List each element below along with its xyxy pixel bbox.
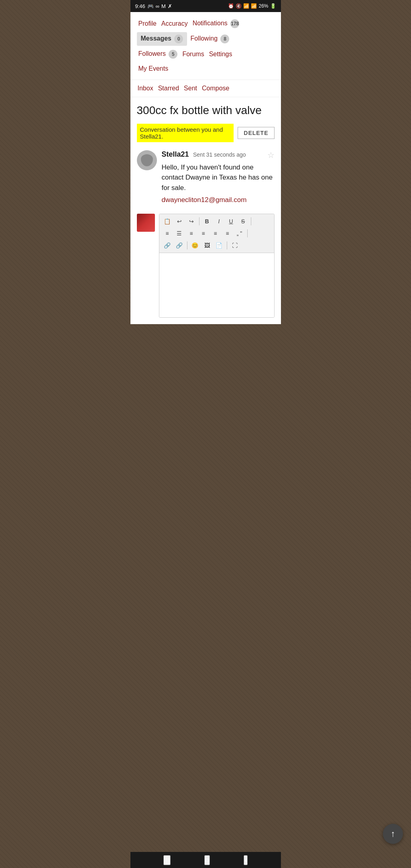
toolbar-fullscreen-btn[interactable]: ⛶ bbox=[229, 240, 240, 251]
reply-text-input[interactable] bbox=[159, 253, 274, 317]
nav-profile[interactable]: Profile bbox=[137, 18, 158, 30]
message-title: 300cc fx bottle with valve bbox=[137, 104, 275, 117]
notifications-badge: 178 bbox=[230, 19, 239, 28]
toolbar-row-2: ≡ ☰ ≡ ≡ ≡ ≡ „ " bbox=[162, 228, 272, 239]
toolbar-align-left-btn[interactable]: ≡ bbox=[186, 228, 197, 239]
toolbar-italic-btn[interactable]: I bbox=[214, 216, 225, 227]
nav-messages[interactable]: Messages 0 bbox=[137, 32, 187, 46]
message-bubble: Stella21 Sent 31 seconds ago ☆ Hello, If… bbox=[137, 150, 275, 204]
oo-icon: ∞ bbox=[156, 3, 159, 9]
toolbar-image-btn[interactable]: 🖼 bbox=[201, 240, 213, 251]
nav-notifications[interactable]: Notifications 178 bbox=[191, 17, 241, 31]
toolbar-unlink-btn[interactable]: 🔗 bbox=[174, 240, 185, 251]
avatar-silhouette bbox=[141, 154, 153, 166]
ps-icon: 🎮 bbox=[147, 3, 154, 9]
toolbar-sep-5 bbox=[227, 241, 227, 249]
toolbar-row-3: 🔗 🔗 😊 🖼 📄 ⛶ bbox=[162, 240, 272, 251]
message-content: Stella21 Sent 31 seconds ago ☆ Hello, If… bbox=[162, 150, 275, 204]
toolbar-ol-btn[interactable]: ≡ bbox=[162, 228, 173, 239]
status-right: ⏰ 🔇 📶 📶 26% 🔋 bbox=[228, 3, 276, 9]
nav-followers[interactable]: Followers 5 bbox=[137, 47, 179, 61]
main-content: Profile Accuracy Notifications 178 Messa… bbox=[130, 12, 281, 324]
wifi-icon: 📶 bbox=[243, 3, 249, 9]
mute-icon: 🔇 bbox=[236, 3, 242, 9]
followers-badge: 5 bbox=[169, 50, 177, 59]
toolbar-align-full-btn[interactable]: ≡ bbox=[222, 228, 233, 239]
message-section: 300cc fx bottle with valve Conversation … bbox=[130, 97, 281, 324]
toolbar-redo-btn[interactable]: ↪ bbox=[186, 216, 197, 227]
subnav-sent[interactable]: Sent bbox=[183, 83, 198, 94]
star-icon[interactable]: ☆ bbox=[267, 150, 275, 160]
toolbar-row-1: 📋 ↩ ↪ B I U S bbox=[162, 216, 272, 227]
toolbar-sep-3 bbox=[247, 229, 248, 237]
message-body: Hello, If you haven't found one contact … bbox=[162, 162, 275, 193]
nav-accuracy[interactable]: Accuracy bbox=[160, 18, 189, 30]
subnav-inbox[interactable]: Inbox bbox=[137, 83, 154, 94]
toolbar-undo-btn[interactable]: ↩ bbox=[174, 216, 185, 227]
message-time: Sent 31 seconds ago bbox=[193, 151, 246, 158]
toolbar-sep-2 bbox=[251, 217, 251, 225]
toolbar-quote-btn[interactable]: „ " bbox=[234, 228, 245, 239]
message-header: Stella21 Sent 31 seconds ago ☆ bbox=[162, 150, 275, 160]
nav-forums[interactable]: Forums bbox=[181, 48, 206, 60]
battery-display: 26% bbox=[258, 3, 268, 9]
status-left: 9:46 🎮 ∞ M ✗ bbox=[135, 3, 172, 9]
toolbar-emoji-btn[interactable]: 😊 bbox=[189, 240, 201, 251]
sender-avatar bbox=[137, 150, 157, 170]
toolbar-paste-btn[interactable]: 📋 bbox=[162, 216, 173, 227]
nav-section: Profile Accuracy Notifications 178 Messa… bbox=[130, 12, 281, 80]
bottom-recent-apps-btn[interactable]: ||| bbox=[163, 855, 171, 865]
reply-section: 📋 ↩ ↪ B I U S ≡ ☰ ≡ bbox=[137, 214, 275, 318]
sub-nav: Inbox Starred Sent Compose bbox=[130, 80, 281, 97]
battery-icon: 🔋 bbox=[270, 3, 276, 9]
toolbar-file-btn[interactable]: 📄 bbox=[214, 240, 225, 251]
nav-row-4: My Events bbox=[137, 63, 275, 75]
message-email-link[interactable]: dwaynecliton12@gmail.com bbox=[162, 196, 247, 204]
editor-toolbar: 📋 ↩ ↪ B I U S ≡ ☰ ≡ bbox=[159, 214, 274, 253]
delete-button[interactable]: DELETE bbox=[238, 127, 274, 139]
signal-icon: 📶 bbox=[251, 3, 257, 9]
nav-following[interactable]: Following 8 bbox=[189, 32, 231, 46]
subnav-starred[interactable]: Starred bbox=[157, 83, 180, 94]
sender-info: Stella21 Sent 31 seconds ago bbox=[162, 150, 246, 159]
nav-row-1: Profile Accuracy Notifications 178 bbox=[137, 17, 275, 31]
reply-editor: 📋 ↩ ↪ B I U S ≡ ☰ ≡ bbox=[159, 214, 275, 318]
sender-name[interactable]: Stella21 bbox=[162, 150, 189, 158]
toolbar-align-center-btn[interactable]: ≡ bbox=[198, 228, 209, 239]
nav-row-3: Followers 5 Forums Settings bbox=[137, 47, 275, 61]
toolbar-bold-btn[interactable]: B bbox=[201, 216, 213, 227]
messages-badge: 0 bbox=[174, 35, 183, 43]
conversation-label: Conversation between you and Stella21. bbox=[137, 124, 234, 142]
status-bar: 9:46 🎮 ∞ M ✗ ⏰ 🔇 📶 📶 26% 🔋 bbox=[130, 0, 281, 12]
alarm-icon: ⏰ bbox=[228, 3, 234, 9]
toolbar-sep-4 bbox=[187, 241, 187, 249]
bottom-nav-bar: ||| ○ ‹ bbox=[130, 852, 281, 868]
following-badge: 8 bbox=[220, 35, 229, 43]
toolbar-underline-btn[interactable]: U bbox=[226, 216, 237, 227]
reply-avatar-image bbox=[137, 214, 155, 232]
toolbar-align-right-btn[interactable]: ≡ bbox=[210, 228, 221, 239]
toolbar-ul-btn[interactable]: ☰ bbox=[174, 228, 185, 239]
nav-settings[interactable]: Settings bbox=[208, 48, 234, 60]
bottom-home-btn[interactable]: ○ bbox=[204, 855, 210, 865]
time-display: 9:46 bbox=[135, 3, 145, 9]
x-icon: ✗ bbox=[168, 3, 172, 9]
subnav-compose[interactable]: Compose bbox=[201, 83, 230, 94]
toolbar-strikethrough-btn[interactable]: S bbox=[238, 216, 249, 227]
nav-my-events[interactable]: My Events bbox=[137, 63, 170, 75]
nav-row-2: Messages 0 Following 8 bbox=[137, 32, 275, 46]
bottom-back-btn[interactable]: ‹ bbox=[244, 855, 248, 865]
toolbar-link-btn[interactable]: 🔗 bbox=[162, 240, 173, 251]
toolbar-sep-1 bbox=[199, 217, 199, 225]
reply-avatar bbox=[137, 214, 155, 232]
mail-icon: M bbox=[161, 3, 166, 9]
conversation-banner: Conversation between you and Stella21. D… bbox=[137, 124, 275, 142]
